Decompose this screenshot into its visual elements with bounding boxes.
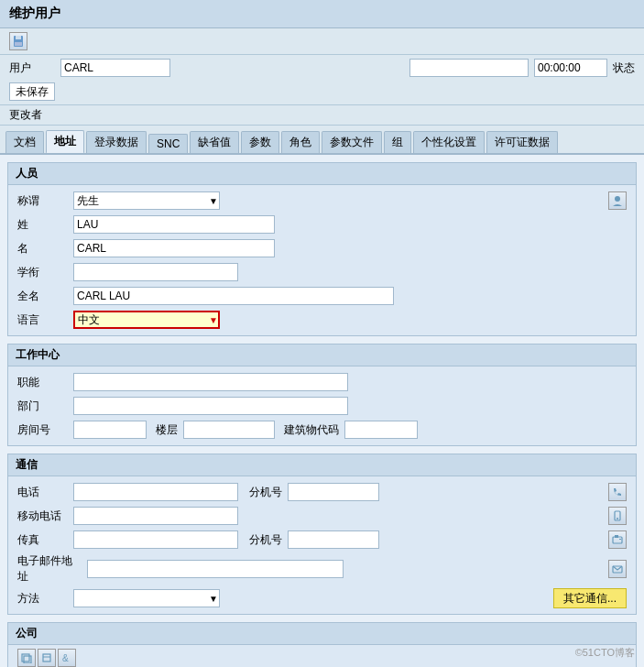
company-icon-2[interactable] xyxy=(38,649,56,667)
status-label: 状态 xyxy=(613,60,635,76)
fax-ext-input[interactable] xyxy=(288,530,379,549)
room-input[interactable] xyxy=(73,421,147,439)
building-input[interactable] xyxy=(344,421,418,439)
title-select-wrapper: 先生 女士 ▼ xyxy=(73,191,220,210)
mobile-row: 移动电话 xyxy=(17,506,627,526)
tab-login[interactable]: 登录数据 xyxy=(86,131,147,153)
tab-params[interactable]: 参数 xyxy=(241,131,279,153)
svg-point-5 xyxy=(617,518,618,519)
company-icon-1[interactable] xyxy=(17,649,36,667)
title-select[interactable]: 先生 女士 xyxy=(73,191,220,210)
language-select[interactable]: 中文 英文 日文 xyxy=(73,311,220,329)
fax-input[interactable] xyxy=(73,530,238,549)
tabs-bar: 文档 地址 登录数据 SNC 缺省值 参数 角色 参数文件 组 个性化设置 许可… xyxy=(0,126,644,155)
language-label: 语言 xyxy=(17,312,68,328)
svg-text:&: & xyxy=(62,653,69,663)
watermark: ©51CTO博客 xyxy=(575,646,635,660)
phone-icon-btn[interactable] xyxy=(608,483,627,501)
title-label: 称谓 xyxy=(17,193,68,209)
method-row: 方法 ▼ 其它通信... xyxy=(17,588,627,608)
phone-input[interactable] xyxy=(73,483,238,501)
tab-profiles[interactable]: 参数文件 xyxy=(322,131,382,153)
first-name-label: 名 xyxy=(17,241,68,257)
email-input[interactable] xyxy=(87,560,344,578)
toolbar xyxy=(0,28,644,55)
first-name-input[interactable] xyxy=(73,239,275,257)
academic-row: 学衔 xyxy=(17,262,627,282)
academic-input[interactable] xyxy=(73,263,238,281)
last-name-label: 姓 xyxy=(17,217,68,233)
changer-label: 更改者 xyxy=(9,107,42,123)
function-input[interactable] xyxy=(73,373,348,391)
mobile-icon-btn[interactable] xyxy=(608,507,627,525)
last-name-row: 姓 xyxy=(17,214,627,235)
svg-rect-10 xyxy=(22,654,29,662)
function-label: 职能 xyxy=(17,375,68,390)
method-select-wrapper: ▼ xyxy=(73,589,220,607)
department-row: 部门 xyxy=(17,396,627,416)
title-bar: 维护用户 xyxy=(0,0,644,28)
page-title: 维护用户 xyxy=(9,5,60,20)
fax-label: 传真 xyxy=(17,532,68,548)
academic-label: 学衔 xyxy=(17,265,68,280)
method-label: 方法 xyxy=(17,591,68,607)
company-section: 公司 & 公司 xyxy=(7,622,637,667)
changer-input[interactable] xyxy=(409,59,529,77)
user-input[interactable] xyxy=(60,59,170,77)
email-row: 电子邮件地址 xyxy=(17,553,627,585)
changer-row: 更改者 xyxy=(0,105,644,126)
status-value: 未保存 xyxy=(9,82,55,101)
tab-roles[interactable]: 角色 xyxy=(281,131,320,153)
email-icon-btn[interactable] xyxy=(608,560,627,578)
svg-rect-11 xyxy=(24,656,31,663)
svg-rect-7 xyxy=(615,535,618,538)
svg-rect-1 xyxy=(16,36,21,39)
fax-row: 传真 分机号 xyxy=(17,530,627,550)
person-icon-btn[interactable] xyxy=(608,191,627,210)
fax-icon-btn[interactable] xyxy=(608,530,627,549)
tab-license[interactable]: 许可证数据 xyxy=(486,131,558,153)
person-section-title: 人员 xyxy=(8,163,636,185)
tab-defaults[interactable]: 缺省值 xyxy=(190,131,239,153)
full-name-label: 全名 xyxy=(17,289,68,304)
tab-personalize[interactable]: 个性化设置 xyxy=(413,131,485,153)
mobile-input[interactable] xyxy=(73,507,238,525)
save-icon[interactable] xyxy=(9,32,27,50)
floor-label: 楼层 xyxy=(156,422,178,438)
phone-label: 电话 xyxy=(17,485,68,500)
svg-point-3 xyxy=(615,196,620,202)
ext-input[interactable] xyxy=(288,483,379,501)
tab-snc[interactable]: SNC xyxy=(148,134,188,153)
method-select[interactable] xyxy=(73,589,220,607)
other-comm-button[interactable]: 其它通信... xyxy=(553,588,627,608)
mobile-label: 移动电话 xyxy=(17,508,68,524)
tab-groups[interactable]: 组 xyxy=(384,131,411,153)
room-row: 房间号 楼层 建筑物代码 xyxy=(17,420,627,440)
room-label: 房间号 xyxy=(17,422,68,438)
first-name-row: 名 xyxy=(17,238,627,258)
svg-rect-6 xyxy=(613,537,622,543)
email-label: 电子邮件地址 xyxy=(17,553,82,585)
title-row: 称谓 先生 女士 ▼ xyxy=(17,191,627,211)
full-name-row: 全名 xyxy=(17,286,627,306)
form-header: 用户 状态 未保存 xyxy=(0,55,644,105)
tab-document[interactable]: 文档 xyxy=(5,131,44,153)
function-row: 职能 xyxy=(17,372,627,392)
svg-rect-2 xyxy=(15,42,22,46)
person-section: 人员 称谓 先生 女士 ▼ 姓 xyxy=(7,162,637,336)
department-input[interactable] xyxy=(73,397,348,415)
work-section: 工作中心 职能 部门 房间号 楼层 建筑物代码 xyxy=(7,344,637,446)
user-label: 用户 xyxy=(9,60,55,76)
svg-rect-12 xyxy=(43,654,50,662)
department-label: 部门 xyxy=(17,399,68,414)
last-name-input[interactable] xyxy=(73,215,275,234)
work-section-title: 工作中心 xyxy=(8,344,636,366)
phone-row: 电话 分机号 xyxy=(17,482,627,502)
full-name-input[interactable] xyxy=(73,287,394,305)
tab-address[interactable]: 地址 xyxy=(46,130,84,154)
svg-rect-8 xyxy=(619,539,621,540)
floor-input[interactable] xyxy=(183,421,275,439)
company-icon-3[interactable]: & xyxy=(58,649,76,667)
language-row: 语言 中文 英文 日文 ▼ xyxy=(17,310,627,330)
fax-ext-label: 分机号 xyxy=(249,532,282,548)
